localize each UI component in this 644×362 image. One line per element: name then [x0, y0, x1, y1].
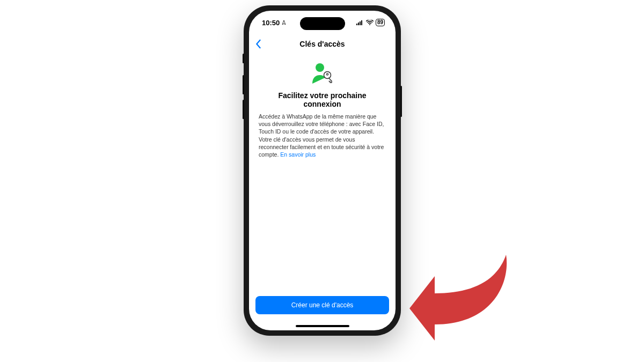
learn-more-link[interactable]: En savoir plus: [280, 151, 316, 158]
svg-rect-1: [358, 23, 359, 25]
status-right: 89: [356, 19, 385, 26]
svg-point-4: [369, 24, 370, 25]
cellular-signal-icon: [356, 20, 364, 25]
person-key-icon: [310, 62, 335, 84]
battery-level: 89: [377, 19, 383, 26]
status-left: 10:50: [262, 19, 287, 27]
chevron-left-icon: [254, 39, 262, 49]
back-button[interactable]: [254, 39, 262, 49]
page-title: Clés d'accès: [299, 40, 345, 48]
battery-icon: 89: [376, 19, 385, 26]
svg-rect-3: [361, 20, 362, 25]
iphone-frame: 10:50 89: [244, 5, 401, 336]
svg-rect-2: [360, 21, 361, 25]
mute-switch: [243, 54, 244, 63]
nav-header: Clés d'accès: [249, 34, 396, 54]
body-text: Accédez à WhatsApp de la même manière qu…: [259, 113, 386, 158]
body-copy: Accédez à WhatsApp de la même manière qu…: [259, 113, 384, 158]
volume-up: [243, 75, 244, 94]
volume-down: [243, 100, 244, 119]
svg-rect-0: [356, 24, 357, 25]
screen: 10:50 89: [249, 11, 396, 330]
home-indicator: [296, 325, 349, 327]
create-passkey-button[interactable]: Créer une clé d'accès: [255, 296, 389, 314]
svg-point-5: [316, 63, 324, 72]
content-area: Facilitez votre prochaine connexion Accé…: [249, 54, 396, 158]
wifi-icon: [366, 20, 374, 25]
power-button: [400, 86, 402, 117]
navigation-icon: [281, 20, 287, 25]
status-time: 10:50: [262, 19, 280, 27]
headline: Facilitez votre prochaine connexion: [259, 91, 386, 108]
dynamic-island: [300, 17, 345, 30]
